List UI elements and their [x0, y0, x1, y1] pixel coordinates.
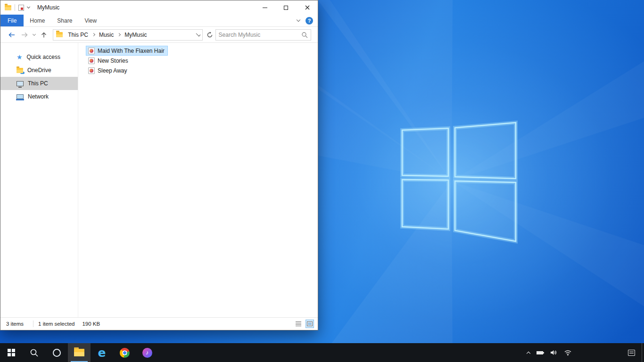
- taskbar-internet-explorer-button[interactable]: e: [91, 343, 113, 362]
- sidebar-label: Network: [28, 93, 49, 100]
- tab-share[interactable]: Share: [51, 15, 78, 26]
- titlebar[interactable]: MyMusic: [0, 0, 318, 15]
- back-button[interactable]: [5, 29, 18, 41]
- large-icons-view-button[interactable]: [305, 320, 314, 328]
- selection-size: 190 KB: [82, 321, 100, 327]
- search-icon: [30, 348, 39, 357]
- close-button[interactable]: [297, 0, 318, 15]
- cortana-icon: [53, 349, 61, 357]
- taskbar: e ♪: [0, 343, 644, 362]
- music-file-icon: [88, 58, 95, 64]
- taskbar-search-button[interactable]: [23, 343, 45, 362]
- address-bar[interactable]: This PC Music MyMusic: [53, 29, 203, 41]
- breadcrumb: This PC Music MyMusic: [66, 31, 196, 39]
- breadcrumb-chevron-icon[interactable]: [92, 33, 95, 36]
- action-center-icon: [628, 350, 635, 356]
- tab-home[interactable]: Home: [24, 15, 51, 26]
- selection-count: 1 item selected: [38, 321, 74, 327]
- help-icon[interactable]: ?: [305, 17, 313, 25]
- search-input[interactable]: [219, 32, 301, 38]
- maximize-icon: [284, 6, 288, 10]
- wifi-icon[interactable]: [564, 349, 572, 356]
- show-desktop-button[interactable]: [642, 343, 644, 362]
- music-file-icon: [88, 67, 95, 74]
- sidebar-label: OneDrive: [27, 67, 51, 74]
- tab-home-label: Home: [30, 17, 45, 24]
- file-list[interactable]: Maid With The Flaxen Hair New Stories Sl…: [78, 43, 318, 317]
- view-toggle-buttons: [294, 320, 314, 328]
- forward-button[interactable]: [18, 29, 31, 41]
- sidebar-item-quick-access[interactable]: ★ Quick access: [0, 50, 78, 64]
- sidebar-item-this-pc[interactable]: This PC: [0, 77, 78, 90]
- sidebar-item-network[interactable]: Network: [0, 90, 78, 103]
- file-item[interactable]: Maid With The Flaxen Hair: [86, 46, 168, 56]
- file-name: New Stories: [98, 58, 128, 64]
- recent-locations-chevron-icon: [33, 32, 36, 35]
- taskbar-chrome-button[interactable]: [113, 343, 136, 362]
- refresh-button[interactable]: [204, 29, 215, 41]
- properties-icon[interactable]: [18, 5, 24, 11]
- maximize-button[interactable]: [275, 0, 297, 15]
- quick-access-star-icon: ★: [17, 54, 23, 60]
- up-arrow-icon: [40, 31, 48, 39]
- file-name: Sleep Away: [98, 67, 127, 74]
- sidebar-item-onedrive[interactable]: OneDrive: [0, 64, 78, 77]
- chrome-icon: [120, 348, 130, 358]
- expand-ribbon-chevron-icon[interactable]: [297, 18, 300, 22]
- file-item[interactable]: New Stories: [86, 56, 132, 66]
- breadcrumb-music[interactable]: Music: [97, 31, 116, 39]
- itunes-icon: ♪: [142, 348, 152, 358]
- search-box: [215, 29, 311, 41]
- sidebar-label: Quick access: [27, 54, 60, 60]
- ribbon-right-controls: ?: [297, 15, 318, 26]
- battery-icon[interactable]: [537, 351, 543, 354]
- taskbar-itunes-button[interactable]: ♪: [136, 343, 158, 362]
- item-count: 3 items: [6, 321, 24, 327]
- hidden-icons-chevron-icon[interactable]: [527, 351, 530, 355]
- large-icons-view-icon: [307, 321, 313, 326]
- search-icon[interactable]: [301, 32, 308, 38]
- action-center-button[interactable]: [621, 343, 642, 362]
- customize-chevron-icon[interactable]: [27, 5, 30, 8]
- qat-separator: [15, 4, 15, 11]
- windows-start-icon: [8, 349, 15, 356]
- file-item[interactable]: Sleep Away: [86, 66, 131, 75]
- onedrive-folder-icon: [17, 68, 23, 73]
- ribbon-tabs: File Home Share View ?: [0, 15, 318, 27]
- internet-explorer-icon: e: [98, 347, 106, 359]
- system-tray: [527, 343, 572, 362]
- sidebar-label: This PC: [28, 80, 48, 87]
- breadcrumb-chevron-icon[interactable]: [117, 33, 121, 36]
- breadcrumb-mymusic[interactable]: MyMusic: [122, 31, 149, 39]
- breadcrumb-this-pc[interactable]: This PC: [66, 31, 91, 39]
- volume-icon[interactable]: [550, 349, 557, 356]
- tab-view[interactable]: View: [78, 15, 103, 26]
- forward-arrow-icon: [20, 31, 29, 39]
- window-title: MyMusic: [37, 4, 59, 11]
- close-icon: [305, 5, 310, 10]
- address-toolbar: This PC Music MyMusic: [0, 27, 318, 43]
- address-dropdown-chevron-icon[interactable]: [196, 32, 200, 36]
- details-view-icon: [296, 321, 301, 326]
- back-arrow-icon: [8, 31, 16, 39]
- start-button[interactable]: [0, 343, 23, 362]
- cortana-button[interactable]: [45, 343, 68, 362]
- tab-file[interactable]: File: [0, 15, 24, 26]
- music-file-icon: [88, 48, 95, 54]
- address-folder-icon: [56, 32, 63, 37]
- file-explorer-window: MyMusic File Home Share View ?: [0, 0, 318, 330]
- details-view-button[interactable]: [294, 320, 303, 328]
- recent-locations-button[interactable]: [31, 29, 38, 41]
- computer-icon: [17, 81, 24, 86]
- caption-buttons: [254, 0, 318, 15]
- window-body: ★ Quick access OneDrive This PC Network …: [0, 43, 318, 317]
- navigation-pane: ★ Quick access OneDrive This PC Network: [0, 43, 78, 317]
- status-separator: [33, 321, 33, 327]
- network-icon: [17, 94, 24, 99]
- tab-share-label: Share: [57, 17, 72, 24]
- minimize-icon: [263, 8, 267, 8]
- taskbar-file-explorer-button[interactable]: [68, 343, 91, 362]
- tab-file-label: File: [8, 17, 17, 24]
- up-button[interactable]: [38, 29, 50, 41]
- minimize-button[interactable]: [254, 0, 275, 15]
